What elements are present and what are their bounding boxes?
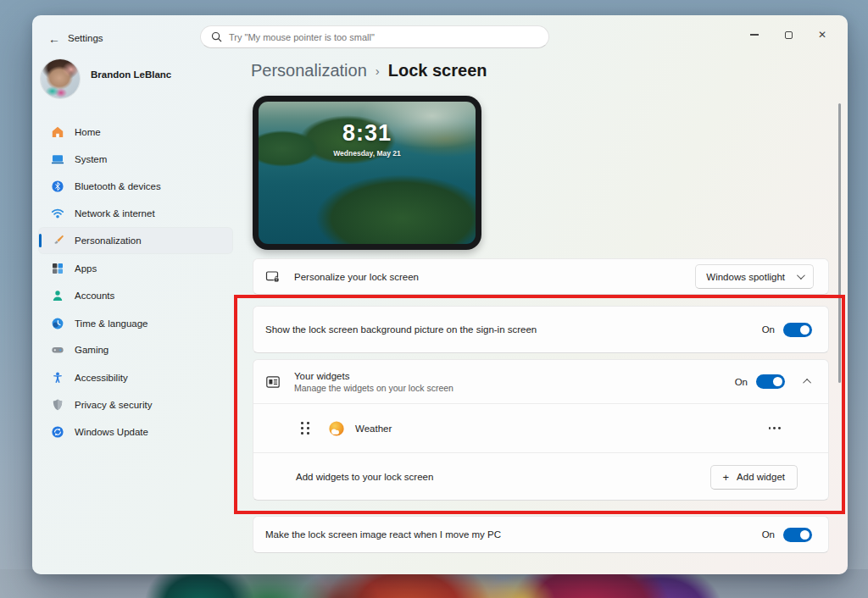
home-icon xyxy=(51,125,64,139)
sidebar-item-label: Home xyxy=(75,127,101,137)
preview-clock: 8:31 xyxy=(259,120,476,147)
widget-row-weather[interactable]: Weather xyxy=(253,404,828,452)
sidebar-item-label: Bluetooth & devices xyxy=(75,181,161,191)
sidebar-item-label: Personalization xyxy=(75,235,142,246)
sidebar-item-label: Privacy & security xyxy=(75,400,152,410)
setting-title: Add widgets to your lock screen xyxy=(296,472,433,482)
chevron-up-icon[interactable] xyxy=(803,379,811,387)
more-options-icon[interactable] xyxy=(765,424,784,433)
close-button[interactable]: ✕ xyxy=(805,22,839,47)
toggle-knob xyxy=(773,377,782,386)
search-placeholder: Try "My mouse pointer is too small" xyxy=(229,32,375,42)
sidebar-item-label: Accessibility xyxy=(75,373,128,383)
window-controls: ✕ xyxy=(737,22,839,47)
add-widget-label: Add widget xyxy=(737,472,785,482)
setting-title: Personalize your lock screen xyxy=(294,272,419,282)
sidebar-item-windows-update[interactable]: Windows Update xyxy=(39,419,232,445)
personalization-icon xyxy=(51,234,64,247)
maximize-button[interactable] xyxy=(771,22,805,47)
widgets-toggle[interactable] xyxy=(756,374,785,389)
card-personalize-lock-screen: Personalize your lock screen Windows spo… xyxy=(253,258,829,295)
sidebar-item-label: Time & language xyxy=(75,318,148,329)
chevron-down-icon xyxy=(797,271,805,280)
setting-title: Your widgets xyxy=(294,371,453,381)
sidebar-item-apps[interactable]: Apps xyxy=(39,256,232,281)
sidebar-item-label: Windows Update xyxy=(75,427,148,437)
add-widget-button[interactable]: + Add widget xyxy=(710,465,798,490)
windows-update-icon xyxy=(51,425,64,439)
breadcrumb: Personalization › Lock screen xyxy=(251,61,487,80)
sidebar-item-system[interactable]: System xyxy=(39,147,232,172)
page-title: Lock screen xyxy=(388,61,487,80)
setting-subtitle: Manage the widgets on your lock screen xyxy=(294,383,453,393)
setting-title: Show the lock screen background picture … xyxy=(265,324,537,335)
breadcrumb-separator-icon: › xyxy=(376,64,380,78)
accessibility-icon xyxy=(51,371,64,385)
sidebar-item-accessibility[interactable]: Accessibility xyxy=(39,365,232,390)
gaming-icon xyxy=(51,343,64,357)
setting-title: Make the lock screen image react when I … xyxy=(265,529,501,540)
breadcrumb-parent[interactable]: Personalization xyxy=(251,61,367,80)
toggle-state-label: On xyxy=(735,377,748,387)
lock-screen-preview: 8:31 Wednesday, May 21 xyxy=(253,96,481,250)
sidebar-item-label: Accounts xyxy=(75,291,114,301)
screen-lock-icon xyxy=(265,269,281,285)
card-signin-background: Show the lock screen background picture … xyxy=(253,306,829,353)
privacy-icon xyxy=(51,398,64,412)
toggle-state-label: On xyxy=(762,529,775,540)
user-name: Brandon LeBlanc xyxy=(91,69,171,80)
widget-name: Weather xyxy=(355,424,392,434)
system-icon xyxy=(51,152,64,166)
back-button[interactable]: ← xyxy=(42,29,66,49)
network-icon xyxy=(51,207,64,220)
sidebar-item-time-language[interactable]: Time & language xyxy=(39,311,232,336)
maximize-icon xyxy=(785,31,793,39)
lock-screen-mode-dropdown[interactable]: Windows spotlight xyxy=(695,264,814,289)
toggle-knob xyxy=(800,325,810,335)
time-language-icon xyxy=(51,317,64,330)
avatar[interactable] xyxy=(41,59,80,98)
sidebar-item-bluetooth[interactable]: Bluetooth & devices xyxy=(39,174,232,199)
sidebar-item-label: Gaming xyxy=(75,345,108,355)
plus-icon: + xyxy=(723,472,730,483)
signin-background-toggle[interactable] xyxy=(783,323,812,337)
weather-widget-icon xyxy=(328,420,345,437)
card-lock-screen-react: Make the lock screen image react when I … xyxy=(253,516,829,553)
sidebar-item-home[interactable]: Home xyxy=(39,119,232,145)
desktop-background: ← Settings Try "My mouse pointer is too … xyxy=(0,0,868,598)
widgets-icon xyxy=(265,374,281,390)
sidebar-item-label: Network & internet xyxy=(75,208,155,219)
accounts-icon xyxy=(51,289,64,302)
sidebar-item-label: Apps xyxy=(75,263,97,274)
sidebar-item-label: System xyxy=(75,154,107,164)
react-toggle[interactable] xyxy=(783,528,812,542)
close-icon: ✕ xyxy=(818,29,826,41)
minimize-button[interactable] xyxy=(737,22,771,47)
widgets-header-row[interactable]: Your widgets Manage the widgets on your … xyxy=(253,360,828,403)
sidebar-item-privacy[interactable]: Privacy & security xyxy=(39,392,232,418)
sidebar-item-gaming[interactable]: Gaming xyxy=(39,337,232,363)
sidebar-item-accounts[interactable]: Accounts xyxy=(39,283,232,308)
preview-date: Wednesday, May 21 xyxy=(259,149,476,158)
search-input[interactable]: Try "My mouse pointer is too small" xyxy=(200,25,549,48)
add-widgets-row: Add widgets to your lock screen + Add wi… xyxy=(253,453,828,501)
card-your-widgets: Your widgets Manage the widgets on your … xyxy=(253,359,829,501)
minimize-icon xyxy=(750,34,759,35)
lock-screen-image: 8:31 Wednesday, May 21 xyxy=(259,102,476,244)
dropdown-value: Windows spotlight xyxy=(706,272,785,282)
drag-handle-icon[interactable] xyxy=(301,422,309,435)
toggle-state-label: On xyxy=(762,324,775,335)
sidebar-item-personalization[interactable]: Personalization xyxy=(39,228,232,253)
app-title: Settings xyxy=(68,33,103,43)
settings-window: ← Settings Try "My mouse pointer is too … xyxy=(32,15,848,574)
apps-icon xyxy=(51,262,64,275)
search-icon xyxy=(211,31,222,42)
toggle-knob xyxy=(800,530,810,540)
sidebar-item-network[interactable]: Network & internet xyxy=(39,201,232,226)
scrollbar[interactable] xyxy=(838,103,841,383)
bluetooth-icon xyxy=(51,180,64,193)
